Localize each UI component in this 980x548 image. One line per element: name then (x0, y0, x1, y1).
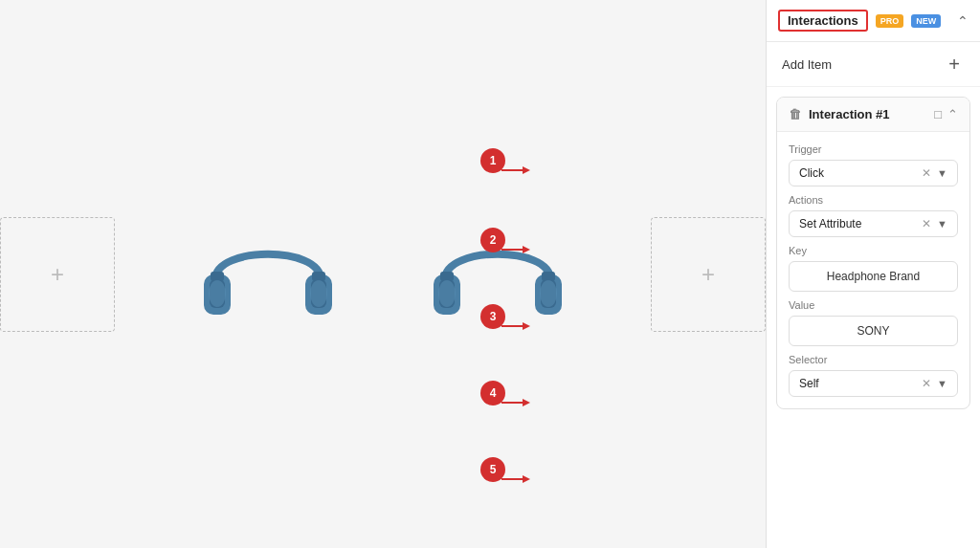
copy-icon[interactable]: □ (934, 107, 942, 121)
step-1-indicator: 1 (480, 148, 505, 173)
action-chevron-icon[interactable]: ▼ (937, 218, 947, 230)
svg-rect-14 (211, 272, 224, 281)
svg-rect-23 (542, 272, 555, 281)
svg-point-24 (438, 280, 456, 307)
interaction-card-header: 🗑 Interaction #1 □ ⌃ (777, 98, 969, 132)
svg-point-17 (310, 280, 327, 307)
right-plus-icon: + (702, 261, 715, 288)
panel-header: Interactions PRO NEW ⌃ (767, 0, 980, 42)
interaction-card-title: 🗑 Interaction #1 (789, 107, 890, 121)
svg-rect-22 (440, 272, 454, 281)
key-input[interactable]: Headphone Brand (789, 261, 958, 292)
value-label: Value (789, 299, 958, 311)
trigger-select[interactable]: Click ✕ ▼ (789, 160, 958, 186)
trigger-select-controls: ✕ ▼ (922, 166, 947, 180)
trash-icon[interactable]: 🗑 (789, 107, 801, 121)
interaction-card-header-actions: □ ⌃ (934, 107, 958, 121)
trigger-clear-icon[interactable]: ✕ (922, 166, 931, 180)
selector-select-controls: ✕ ▼ (922, 377, 947, 390)
selector-clear-icon[interactable]: ✕ (922, 377, 931, 390)
panel-title-section: Interactions PRO NEW (778, 10, 941, 32)
selector-label: Selector (789, 354, 958, 365)
interaction-card-body: Trigger Click ✕ ▼ Actions Set Attribute … (777, 132, 969, 408)
left-plus-icon: + (51, 261, 64, 288)
add-item-row: Add Item + (767, 42, 980, 87)
action-select-controls: ✕ ▼ (922, 217, 947, 230)
step-5-indicator: 5 (480, 457, 505, 482)
trigger-value: Click (799, 166, 824, 180)
svg-marker-1 (523, 166, 530, 174)
panel-collapse-icon[interactable]: ⌃ (957, 13, 969, 29)
step-4-indicator: 4 (480, 381, 505, 406)
panel-title: Interactions (778, 10, 868, 32)
action-select[interactable]: Set Attribute ✕ ▼ (789, 210, 958, 237)
trigger-label: Trigger (789, 143, 958, 155)
svg-point-25 (540, 280, 557, 307)
svg-point-16 (209, 280, 226, 307)
left-placeholder[interactable]: + (0, 217, 115, 332)
canvas-content: + (0, 217, 766, 332)
svg-marker-7 (523, 399, 530, 406)
action-value: Set Attribute (799, 217, 861, 230)
step-3-indicator: 3 (480, 304, 505, 329)
right-panel: Interactions PRO NEW ⌃ Add Item + 🗑 Inte… (766, 0, 980, 548)
svg-marker-9 (523, 475, 530, 483)
key-label: Key (789, 245, 958, 256)
add-item-button[interactable]: + (944, 54, 965, 75)
svg-rect-15 (312, 272, 325, 281)
action-clear-icon[interactable]: ✕ (922, 217, 931, 230)
add-item-label: Add Item (782, 57, 832, 72)
actions-label: Actions (789, 194, 958, 206)
panel-body: Add Item + 🗑 Interaction #1 □ ⌃ Trigger (767, 42, 980, 548)
badge-pro: PRO (876, 14, 904, 28)
badge-new: NEW (911, 14, 941, 28)
selector-select[interactable]: Self ✕ ▼ (789, 370, 958, 397)
right-placeholder[interactable]: + (651, 217, 766, 332)
canvas-area: 1 2 3 4 5 + (0, 0, 766, 548)
value-input[interactable]: SONY (789, 316, 958, 346)
selector-chevron-icon[interactable]: ▼ (937, 378, 947, 389)
selector-value: Self (799, 377, 819, 390)
collapse-icon[interactable]: ⌃ (947, 107, 958, 121)
left-headphone (191, 217, 345, 332)
interaction-card: 🗑 Interaction #1 □ ⌃ Trigger Click ✕ ▼ (776, 97, 970, 409)
trigger-chevron-icon[interactable]: ▼ (937, 167, 947, 179)
step-2-indicator: 2 (480, 228, 505, 252)
